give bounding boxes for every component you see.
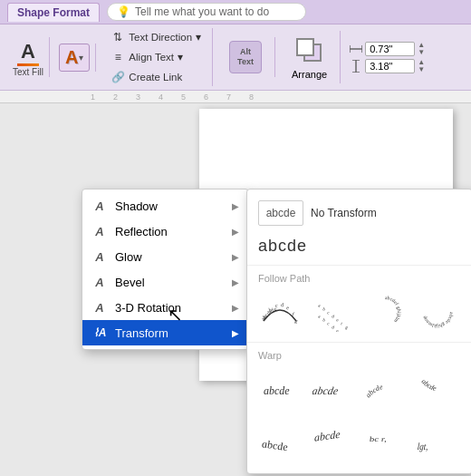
svg-text:g: g [345, 325, 350, 330]
alt-text-icon: AltText [229, 41, 262, 73]
warp-svg-7: bc r, [365, 422, 405, 461]
ribbon-top: Shape Format 💡 Tell me what you want to … [0, 0, 471, 24]
menu-item-transform[interactable]: ⌇A Transform ▶ [82, 320, 248, 345]
height-down-arrow[interactable]: ▼ [418, 66, 425, 73]
glow-label: Glow [115, 250, 225, 264]
transform-label: Transform [115, 326, 225, 340]
svg-text:e: e [336, 328, 341, 332]
svg-text:c: c [275, 303, 278, 308]
3d-rotation-label: 3-D Rotation [115, 301, 225, 315]
follow-path-item-1[interactable]: abcdefg a b c d e f g [256, 289, 303, 335]
svg-text:a: a [318, 303, 322, 308]
plain-abcde-item[interactable]: abcde [247, 231, 471, 261]
warp-svg-3: abcde [365, 369, 405, 409]
align-text-button[interactable]: ≡ Align Text ▾ [105, 48, 207, 66]
svg-text:abcde: abcde [314, 428, 341, 444]
svg-text:b: b [322, 306, 327, 312]
shadow-label: Shadow [115, 199, 225, 213]
width-arrows[interactable]: ▲ ▼ [418, 42, 425, 56]
menu-item-glow[interactable]: A Glow ▶ [82, 244, 248, 269]
svg-text:abcde: abcde [365, 383, 384, 399]
reflection-label: Reflection [115, 225, 225, 238]
align-text-icon: ≡ [111, 50, 125, 64]
follow-path-grid: abcdefg a b c d e f g a b c d [247, 286, 471, 338]
shape-format-tab[interactable]: Shape Format [7, 3, 100, 22]
text-fill-button[interactable]: A Text Fill [13, 37, 43, 77]
follow-path-svg-3: abcdef ghijklm [365, 292, 405, 332]
follow-path-label: Follow Path [247, 269, 471, 286]
tell-me-box[interactable]: 💡 Tell me what you want to do [107, 3, 306, 21]
warp-item-2[interactable]: abcde [309, 366, 356, 412]
menu-item-reflection[interactable]: A Reflection ▶ [82, 219, 248, 244]
no-transform-item[interactable]: abcde No Transform [247, 195, 471, 231]
ribbon-btn-group: ⇅ Text Direction ▾ ≡ Align Text ▾ 🔗 Crea… [105, 28, 207, 86]
shadow-icon: A [91, 198, 108, 214]
svg-text:d: d [332, 325, 336, 330]
warp-svg-8: lgt, [418, 422, 457, 461]
dimensions-group: ▲ ▼ ▲ ▼ [344, 42, 430, 73]
arrange-square-front [296, 38, 314, 56]
bevel-label: Bevel [115, 276, 225, 289]
follow-path-item-2[interactable]: a b c d e a b c d e t g [309, 289, 356, 335]
svg-text:e: e [336, 317, 341, 323]
warp-item-6[interactable]: abcde [309, 419, 356, 464]
alt-text-button[interactable]: AltText [222, 37, 269, 77]
warp-item-4[interactable]: abcde [414, 366, 461, 412]
warp-item-7[interactable]: bc r, [361, 419, 409, 464]
canvas-area: 12345678 xt here A Shadow ▶ A Reflection… [0, 91, 471, 476]
text-fill-icon: A [14, 37, 43, 66]
divider-2 [247, 342, 471, 343]
svg-text:abcde: abcde [312, 384, 340, 397]
svg-text:a: a [318, 314, 322, 319]
svg-text:c: c [327, 321, 332, 326]
menu-item-shadow[interactable]: A Shadow ▶ [82, 193, 248, 219]
width-icon [350, 43, 362, 55]
height-field[interactable] [365, 59, 415, 73]
no-transform-box: abcde [258, 200, 303, 226]
warp-item-1[interactable]: abcde [256, 366, 303, 412]
text-options-group: ⇅ Text Direction ▾ ≡ Align Text ▾ 🔗 Crea… [100, 28, 213, 86]
text-fill-label: Text Fill [13, 67, 43, 77]
menu-item-bevel[interactable]: A Bevel ▶ [82, 269, 248, 295]
font-a-button[interactable]: A ▾ [59, 44, 90, 72]
chevron-down-icon2: ▾ [178, 51, 183, 63]
text-direction-button[interactable]: ⇅ Text Direction ▾ [105, 28, 207, 46]
alt-text-group: AltText [216, 37, 275, 77]
warp-section-label: Warp [247, 346, 471, 363]
follow-path-item-4[interactable]: abcde ghijklmnop [414, 289, 461, 335]
arrange-label: Arrange [292, 69, 327, 80]
svg-text:abcdef ghijklm: abcdef ghijklm [385, 295, 402, 325]
warp-item-8[interactable]: lgt, [414, 419, 461, 464]
width-down-arrow[interactable]: ▼ [418, 49, 425, 56]
text-direction-label: Text Direction [129, 32, 192, 43]
warp-item-3[interactable]: abcde [361, 366, 409, 412]
warp-svg-6: abcde [312, 422, 352, 461]
follow-path-item-3[interactable]: abcdef ghijklm [361, 289, 409, 335]
svg-text:t: t [341, 321, 344, 325]
arrange-button[interactable]: Arrange [284, 31, 334, 83]
svg-text:abcde: abcde [262, 437, 288, 453]
menu-item-3d-rotation[interactable]: A 3-D Rotation ▶ [82, 295, 248, 320]
reflection-icon: A [91, 223, 108, 239]
svg-text:b: b [322, 317, 327, 323]
height-arrows[interactable]: ▲ ▼ [418, 59, 425, 73]
svg-text:c: c [327, 310, 332, 316]
divider-1 [247, 265, 471, 266]
follow-path-svg-2: a b c d e a b c d e t g [312, 292, 352, 332]
width-field[interactable] [365, 42, 415, 56]
create-link-button[interactable]: 🔗 Create Link [105, 68, 207, 86]
font-style-group: A ▾ [53, 44, 96, 72]
shadow-chevron: ▶ [232, 201, 239, 211]
svg-text:abcde ghijklmnop: abcde ghijklmnop [421, 312, 455, 329]
reflection-chevron: ▶ [232, 227, 239, 237]
arrange-icon [293, 34, 326, 67]
follow-path-svg-4: abcde ghijklmnop [418, 292, 457, 332]
svg-text:d: d [281, 302, 284, 307]
warp-svg-5: abcde [260, 422, 300, 461]
lightbulb-icon: 💡 [117, 5, 130, 18]
dimension-inputs: ▲ ▼ ▲ ▼ [350, 42, 425, 73]
svg-text:f: f [292, 311, 295, 316]
warp-svg-1: abcde [260, 369, 300, 409]
arrange-group: Arrange [279, 31, 341, 83]
warp-item-5[interactable]: abcde [256, 419, 303, 464]
